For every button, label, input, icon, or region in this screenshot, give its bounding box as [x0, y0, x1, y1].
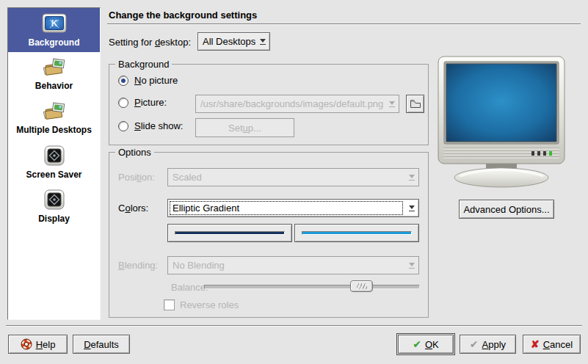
background-preview-monitor	[435, 53, 571, 192]
background-group-legend: Background	[115, 59, 172, 70]
dark-screen-icon	[44, 189, 65, 212]
slide-show-label: Slide show:	[134, 120, 183, 131]
title-separator	[107, 23, 581, 25]
slideshow-setup-button[interactable]: Setup...	[195, 118, 294, 137]
colors-combo[interactable]: Elliptic Gradient	[167, 199, 419, 217]
desktop-selector-combo[interactable]: All Desktops	[197, 32, 270, 51]
page-title: Change the background settings	[109, 10, 257, 21]
picture-radio[interactable]	[118, 98, 128, 108]
svg-text:K: K	[51, 18, 57, 29]
folder-icon	[410, 99, 421, 109]
options-group: Options Position: Scaled Colors: Ellipti…	[109, 152, 429, 318]
browse-picture-button[interactable]	[406, 95, 424, 113]
picture-label: Picture:	[134, 97, 167, 108]
sidebar-item-behavior[interactable]: Behavior	[8, 52, 100, 96]
sidebar-item-background[interactable]: K Background	[8, 8, 100, 52]
colors-label: Colors:	[118, 203, 148, 214]
advanced-options-button[interactable]: Advanced Options...	[459, 200, 554, 219]
picture-path-combo[interactable]: /usr/share/backgrounds/images/default.pn…	[195, 95, 399, 113]
check-icon: ✔	[470, 339, 479, 349]
sidebar-item-multiple-desktops[interactable]: Multiple Desktops	[8, 96, 100, 140]
desktop-selector-value: All Desktops	[198, 33, 255, 50]
footer-separator	[6, 325, 582, 327]
slider-handle[interactable]	[350, 280, 373, 292]
background-settings-dialog: K Background	[0, 0, 588, 364]
colors-value: Elliptic Gradient	[168, 200, 404, 216]
ok-button[interactable]: ✔ OK	[398, 335, 454, 354]
slider-handle-hatch	[357, 283, 367, 289]
slider-groove[interactable]	[204, 285, 420, 289]
life-ring-icon	[21, 338, 32, 350]
blending-combo[interactable]: No Blending	[167, 256, 419, 274]
reverse-roles-checkbox[interactable]	[164, 299, 175, 310]
setting-for-desktop-label: Setting for desktop:	[109, 37, 191, 48]
sidebar-item-label: Behavior	[35, 81, 73, 91]
chevron-down-icon	[385, 95, 399, 112]
sidebar-item-screen-saver[interactable]: Screen Saver	[8, 140, 100, 184]
balance-label: Balance:	[171, 282, 208, 293]
cancel-button[interactable]: ✘ Cancel	[523, 335, 581, 354]
position-combo[interactable]: Scaled	[167, 168, 419, 186]
radio-dot	[121, 79, 126, 83]
color2-button[interactable]	[294, 224, 419, 242]
chevron-down-icon	[255, 33, 269, 50]
options-group-legend: Options	[115, 147, 154, 158]
no-picture-label: No picture	[134, 75, 178, 86]
background-monitor-icon: K	[42, 13, 67, 36]
position-value: Scaled	[168, 169, 404, 186]
chevron-down-icon	[404, 200, 418, 216]
sidebar-item-display[interactable]: Display	[8, 184, 100, 228]
background-group: Background No picture Picture: /usr/shar…	[109, 64, 429, 145]
module-list: K Background	[7, 7, 101, 320]
no-picture-radio[interactable]	[118, 76, 128, 86]
picture-path-value: /usr/share/backgrounds/images/default.pn…	[196, 95, 385, 112]
dark-screen-icon	[44, 145, 65, 168]
sidebar-item-label: Screen Saver	[26, 170, 81, 180]
help-button[interactable]: Help	[8, 335, 68, 354]
sidebar-item-label: Background	[28, 38, 79, 48]
chevron-down-icon	[404, 169, 418, 186]
sidebar-item-label: Multiple Desktops	[16, 125, 92, 135]
color1-button[interactable]	[167, 224, 292, 242]
position-label: Position:	[118, 172, 155, 183]
blending-value: No Blending	[168, 257, 404, 274]
color2-swatch	[302, 231, 412, 235]
desktop-folder-icon	[42, 102, 67, 123]
color1-swatch	[175, 231, 285, 235]
check-icon: ✔	[413, 339, 421, 349]
slide-show-radio[interactable]	[118, 121, 128, 131]
defaults-button[interactable]: Defaults	[73, 335, 130, 354]
sidebar-item-label: Display	[38, 214, 70, 224]
x-icon: ✘	[531, 338, 540, 350]
balance-slider[interactable]	[204, 280, 420, 293]
chevron-down-icon	[404, 257, 418, 274]
apply-button[interactable]: ✔ Apply	[460, 335, 516, 354]
blending-label: Blending:	[118, 260, 158, 271]
reverse-roles-label: Reverse roles	[180, 299, 239, 310]
desktop-folder-icon	[42, 58, 67, 79]
